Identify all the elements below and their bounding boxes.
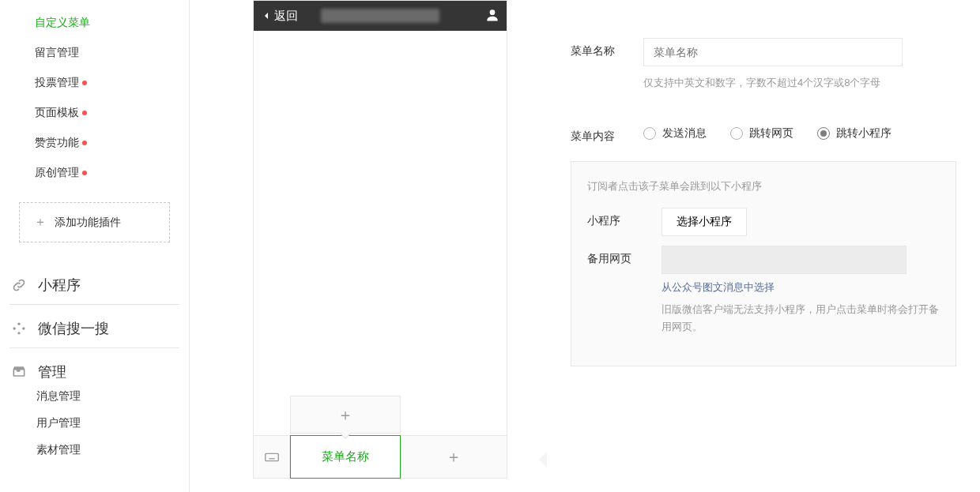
pointer-arrow-icon [539,452,547,468]
section-search: 微信搜一搜 [9,304,179,347]
menu-name-input[interactable] [643,38,903,66]
detail-panel: 菜单名称 仅支持中英文和数字，字数不超过4个汉字或8个字母 菜单内容 发送消息 … [547,0,980,492]
sparkle-icon [11,321,28,336]
backup-note: 旧版微信客户端无法支持小程序，用户点击菜单时将会打开备用网页。 [662,301,940,336]
label-menu-content: 菜单内容 [571,123,626,144]
nav-item-label: 投票管理 [35,76,79,88]
radio-circle-icon [730,127,743,140]
add-submenu-button[interactable]: ＋ [290,396,401,434]
nav-item-label: 页面模板 [35,106,79,118]
nav-item-original[interactable]: 原创管理 [0,158,189,188]
svg-point-3 [22,327,24,329]
section-title: 微信搜一搜 [38,319,109,338]
add-menu-button[interactable]: ＋ [401,436,507,478]
sidebar: 自定义菜单 留言管理 投票管理 页面模板 赞赏功能 原创管理 ＋ 添加功能插件 … [0,0,190,492]
section-head-search[interactable]: 微信搜一搜 [9,319,179,338]
menu-name-hint: 仅支持中英文和数字，字数不超过4个汉字或8个字母 [643,76,956,90]
section-head-miniprogram[interactable]: 小程序 [9,276,179,295]
radio-label: 跳转网页 [749,126,793,141]
svg-point-1 [17,323,20,325]
notification-dot-icon [82,111,87,115]
panel-description: 订阅者点击该子菜单会跳到以下小程序 [587,179,940,193]
radio-label: 发送消息 [662,126,707,141]
inbox-icon [11,364,28,380]
label-menu-name: 菜单名称 [571,38,626,58]
backup-url-input[interactable] [662,246,906,274]
notification-dot-icon [82,81,87,85]
menu-slot-1[interactable]: 菜单名称 [290,435,401,479]
miniprogram-panel: 订阅者点击该子菜单会跳到以下小程序 小程序 选择小程序 备用网页 从公众号图文消… [571,161,956,366]
plus-icon: ＋ [34,214,47,231]
radio-group-content-type: 发送消息 跳转网页 跳转小程序 [643,123,891,141]
radio-jump-miniprogram[interactable]: 跳转小程序 [817,126,891,141]
choose-miniprogram-button[interactable]: 选择小程序 [662,208,747,236]
row-miniprogram: 小程序 选择小程序 [587,208,940,236]
link-icon [11,277,28,293]
phone-body [254,31,507,435]
keyboard-toggle[interactable] [254,436,290,478]
row-backup-url: 备用网页 从公众号图文消息中选择 旧版微信客户端无法支持小程序，用户点击菜单时将… [587,246,940,336]
phone-preview-column: 返回 ＋ 菜单名称 ＋ [190,0,547,492]
section-miniprogram: 小程序 [9,261,179,304]
nav-item-vote[interactable]: 投票管理 [0,68,189,98]
nav-item-label: 原创管理 [35,166,79,178]
sub-item-user-manage[interactable]: 用户管理 [9,408,179,435]
label-backup-url: 备用网页 [587,246,639,266]
add-plugin-button[interactable]: ＋ 添加功能插件 [19,202,170,242]
section-manage: 管理 消息管理 用户管理 素材管理 [9,347,179,462]
svg-point-4 [490,9,496,15]
phone-user-icon[interactable] [484,7,500,25]
svg-rect-5 [265,453,278,460]
phone-header: 返回 [254,1,507,31]
phone-preview: 返回 ＋ 菜单名称 ＋ [253,0,507,479]
keyboard-icon [263,449,281,466]
nav-item-comments[interactable]: 留言管理 [0,38,189,68]
nav-item-reward[interactable]: 赞赏功能 [0,128,189,158]
phone-back-label: 返回 [274,9,298,24]
row-menu-name: 菜单名称 [571,38,956,66]
sub-item-material-manage[interactable]: 素材管理 [9,435,179,462]
nav-item-label: 赞赏功能 [35,136,79,148]
person-icon [484,7,500,23]
radio-label: 跳转小程序 [836,126,891,141]
notification-dot-icon [82,171,87,175]
notification-dot-icon [82,141,87,145]
nav-item-custom-menu[interactable]: 自定义菜单 [0,8,189,38]
radio-circle-icon [643,127,656,140]
svg-point-2 [17,332,20,334]
phone-title-blurred [321,9,439,23]
sub-item-message-manage[interactable]: 消息管理 [9,381,179,408]
section-title: 小程序 [38,276,81,295]
nav-item-template[interactable]: 页面模板 [0,98,189,128]
radio-jump-web[interactable]: 跳转网页 [730,126,793,141]
phone-menu-bar: 菜单名称 ＋ [254,435,507,478]
section-head-manage[interactable]: 管理 [9,362,179,381]
plus-icon: ＋ [337,404,353,426]
section-title: 管理 [38,362,66,381]
label-miniprogram: 小程序 [587,208,639,228]
phone-back-button[interactable]: 返回 [260,9,298,24]
radio-circle-icon [817,127,830,140]
svg-point-0 [13,327,16,329]
plus-icon: ＋ [446,446,462,468]
chevron-left-icon [260,9,273,22]
row-menu-content: 菜单内容 发送消息 跳转网页 跳转小程序 [571,123,956,144]
add-plugin-label: 添加功能插件 [55,216,121,230]
choose-from-article-link[interactable]: 从公众号图文消息中选择 [662,280,940,295]
radio-send-message[interactable]: 发送消息 [643,126,707,141]
